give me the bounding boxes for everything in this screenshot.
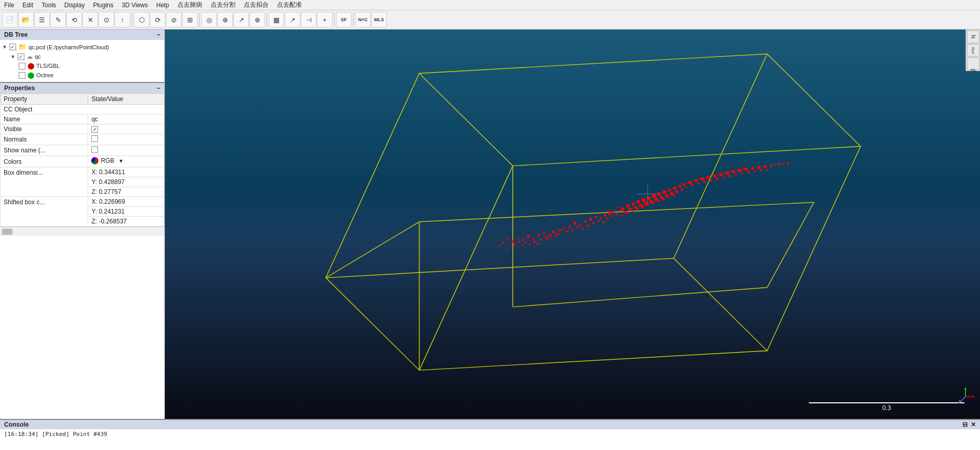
transform-button[interactable]: ⟲ [66, 12, 82, 27]
pointcloud-scene [165, 30, 980, 419]
db-list-button[interactable]: ☰ [34, 12, 50, 27]
prop-row-colors: Colors RGB ▼ [1, 156, 164, 167]
menu-tools[interactable]: Tools [37, 1, 60, 9]
filter-button[interactable]: ⬡ [134, 12, 149, 27]
svg-point-64 [626, 204, 630, 208]
hscroll-thumb[interactable] [2, 229, 12, 235]
segment-button[interactable]: ⊘ [166, 12, 181, 27]
prop-row-visible: Visible [1, 124, 164, 134]
prop-value-name[interactable]: qc [88, 115, 164, 124]
properties-collapse-btn[interactable]: − [157, 85, 160, 92]
svg-point-91 [641, 205, 644, 208]
prop-value-normals[interactable] [88, 134, 164, 145]
svg-point-139 [783, 163, 785, 165]
svg-point-71 [662, 190, 666, 194]
menu-file[interactable]: File [0, 1, 18, 9]
prop-row-showname: Show name (... [1, 145, 164, 156]
color-dropdown-arrow[interactable]: ▼ [118, 158, 123, 164]
prop-value-visible[interactable] [88, 124, 164, 134]
toolbar-sep-5 [353, 12, 354, 27]
tree-item-tls[interactable]: ⬤ TLS/GBL [19, 61, 162, 71]
tree-checkbox-root[interactable] [9, 44, 16, 50]
menu-3dviews[interactable]: 3D Views [118, 1, 152, 9]
delete-button[interactable]: ✕ [82, 12, 98, 27]
svg-point-24 [502, 242, 505, 244]
line-chart-button[interactable]: ↗ [285, 12, 300, 27]
edge-btn-quick[interactable]: 快 [967, 58, 979, 70]
svg-point-69 [652, 194, 656, 198]
upload-button[interactable]: ↑ [115, 12, 130, 27]
tree-item-root[interactable]: ▼ 📁 qc.pcd (E:/pycharm/PointCloud) [2, 42, 162, 52]
console-controls[interactable]: ⊟ ✕ [962, 421, 976, 428]
menu-chinese4[interactable]: 点去配准 [273, 0, 306, 10]
open-file-button[interactable]: 📂 [18, 12, 34, 27]
bar-chart-button[interactable]: ▦ [269, 12, 284, 27]
svg-point-114 [697, 182, 699, 185]
svg-point-136 [770, 165, 773, 167]
checkbox-showname[interactable] [91, 146, 98, 153]
svg-point-48 [600, 217, 602, 219]
edge-btn-rot[interactable]: Rot [967, 44, 979, 57]
properties-table-container[interactable]: Property State/Value CC Object Name qc [0, 93, 164, 419]
tree-item-octree[interactable]: ⬤ Octree [19, 71, 162, 80]
svg-point-34 [537, 243, 539, 245]
tree-checkbox-tls[interactable] [19, 63, 25, 69]
svg-point-51 [612, 210, 614, 213]
svg-line-6 [419, 202, 814, 222]
tree-checkbox-qc[interactable] [18, 53, 24, 60]
nc-button[interactable]: N+C [355, 12, 371, 27]
mls-button[interactable]: MLS [371, 12, 387, 27]
tree-item-qc[interactable]: ▼ ☁ qc [10, 52, 162, 61]
svg-point-144 [608, 210, 609, 212]
menu-chinese3[interactable]: 点去拟合 [240, 0, 273, 10]
prop-row-name: Name qc [1, 115, 164, 124]
svg-point-73 [673, 187, 677, 190]
console-restore-btn[interactable]: ⊟ [962, 421, 968, 428]
tree-checkbox-octree[interactable] [19, 72, 25, 79]
new-file-button[interactable]: 📄 [2, 12, 18, 27]
menu-help[interactable]: Help [152, 1, 173, 9]
toolbar-sep-3 [267, 12, 267, 27]
pointer-button[interactable]: ⊗ [249, 12, 265, 27]
dbtree-collapse-btn[interactable]: − [157, 31, 160, 38]
expand-icon-qc[interactable]: ▼ [10, 54, 16, 60]
sample-button[interactable]: ⊙ [99, 12, 114, 27]
voxel-button[interactable]: ⊞ [182, 12, 198, 27]
prop-row-normals: Normals [1, 134, 164, 145]
edge-btn-n[interactable]: N [967, 31, 979, 43]
prop-label-colors: Colors [1, 156, 88, 167]
prop-value-colors[interactable]: RGB ▼ [88, 156, 164, 167]
svg-point-106 [732, 170, 735, 173]
sf-button[interactable]: SF [336, 12, 352, 27]
scan-button[interactable]: ◎ [201, 12, 217, 27]
edit-button[interactable]: ✎ [50, 12, 66, 27]
svg-point-122 [747, 171, 750, 174]
checkbox-normals[interactable] [91, 135, 98, 142]
pick-point-button[interactable]: ↗ [233, 12, 249, 27]
prop-row-shiftbox-x: Shifted box c... X: 0.226969 [1, 197, 164, 207]
plus-button[interactable]: + [317, 12, 332, 27]
svg-point-94 [657, 200, 660, 202]
folder-icon-root: 📁 [18, 43, 26, 51]
menu-plugins[interactable]: Plugins [89, 1, 117, 9]
checkbox-visible[interactable] [91, 126, 98, 133]
prop-value-showname[interactable] [88, 145, 164, 156]
svg-point-110 [757, 165, 761, 169]
props-hscroll[interactable] [0, 227, 164, 236]
svg-point-56 [582, 228, 584, 230]
console-close-btn[interactable]: ✕ [971, 421, 976, 428]
menu-display[interactable]: Display [60, 1, 89, 9]
measure-button[interactable]: ⊣ [301, 12, 316, 27]
menu-chinese2[interactable]: 点去分割 [206, 0, 240, 10]
menu-edit[interactable]: Edit [18, 1, 37, 9]
svg-point-104 [720, 173, 723, 176]
svg-point-85 [675, 190, 678, 193]
toggle-button[interactable]: ⊕ [217, 12, 233, 27]
svg-point-28 [513, 244, 515, 246]
svg-point-142 [615, 209, 617, 210]
expand-icon-root[interactable]: ▼ [2, 44, 7, 50]
compute-button[interactable]: ⟳ [150, 12, 165, 27]
viewport-3d[interactable]: 0.3 N Rot 快 [165, 30, 980, 419]
menu-chinese1[interactable]: 点去脓病 [173, 0, 206, 10]
right-edge-panel: N Rot 快 [965, 30, 980, 71]
